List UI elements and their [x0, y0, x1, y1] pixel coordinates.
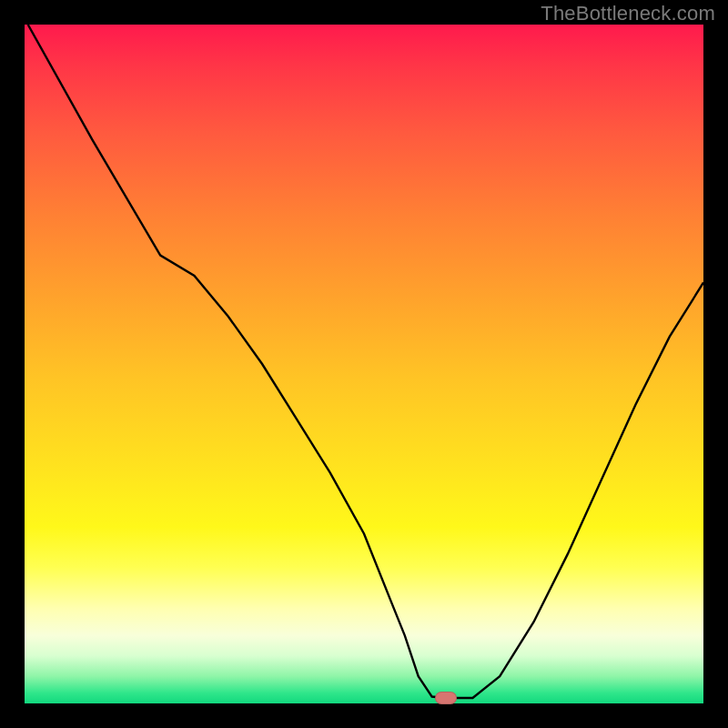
chart-frame: TheBottleneck.com	[0, 0, 728, 728]
curve-path	[28, 25, 703, 698]
optimal-point-marker	[435, 692, 457, 704]
watermark-text: TheBottleneck.com	[541, 2, 715, 25]
bottleneck-curve	[25, 25, 703, 703]
